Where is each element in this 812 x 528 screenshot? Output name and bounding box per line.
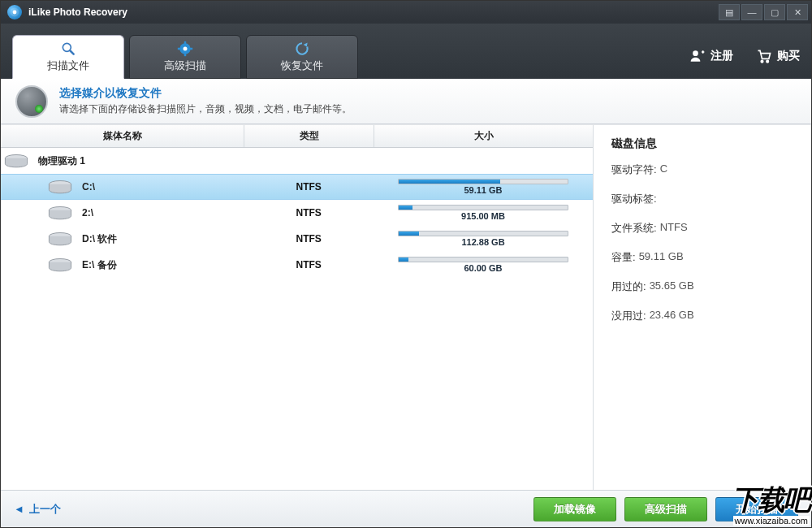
drive-group: 物理驱动 1: [1, 148, 593, 174]
volume-name: D:\ 软件: [82, 232, 117, 246]
volume-name: C:\: [82, 181, 95, 193]
app-title: iLike Photo Recovery: [28, 6, 719, 18]
register-link[interactable]: 注册: [689, 48, 733, 64]
gear-icon: [175, 41, 196, 57]
window-buttons: ▤ — ▢ ✕: [719, 4, 808, 20]
cart-icon: [756, 48, 772, 64]
hdd-icon: [46, 180, 74, 194]
hdd-icon: [2, 154, 30, 168]
volume-row[interactable]: D:\ 软件NTFS112.88 GB: [1, 226, 593, 252]
info-title: 磁盘信息: [611, 136, 797, 151]
drive-rows: 物理驱动 1 C:\NTFS59.11 GB2:\NTFS915.00 MBD:…: [1, 148, 593, 490]
tab-label: 恢复文件: [281, 58, 323, 73]
hdd-icon: [46, 206, 74, 220]
load-image-button[interactable]: 加载镜像: [533, 497, 616, 522]
menu-button[interactable]: ▤: [719, 4, 740, 20]
column-headers: 媒体名称 类型 大小: [1, 125, 593, 148]
info-used: 用过的:35.65 GB: [611, 279, 797, 294]
tab-label: 高级扫描: [164, 58, 206, 73]
tab-scan-files[interactable]: 扫描文件: [12, 35, 124, 79]
volume-type: NTFS: [244, 259, 374, 270]
svg-point-11: [767, 60, 769, 63]
camera-lens-icon: [15, 85, 48, 118]
col-type-header[interactable]: 类型: [244, 125, 374, 147]
tab-advanced-scan[interactable]: 高级扫描: [129, 35, 241, 79]
usage-bar: [398, 179, 568, 184]
volume-row[interactable]: E:\ 备份NTFS60.00 GB: [1, 252, 593, 278]
usage-bar: [398, 257, 568, 262]
volume-size: 915.00 MB: [461, 211, 505, 221]
hdd-icon: [46, 232, 74, 246]
volume-type: NTFS: [244, 207, 374, 219]
user-plus-icon: [689, 48, 706, 64]
volume-row[interactable]: C:\NTFS59.11 GB: [1, 174, 593, 200]
svg-point-10: [761, 60, 763, 63]
instruction-banner: 选择媒介以恢复文件 请选择下面的存储设备扫描照片，音频，视频，文档，电子邮件等。: [1, 79, 811, 124]
info-free: 没用过:23.46 GB: [611, 309, 797, 323]
advanced-scan-button[interactable]: 高级扫描: [624, 497, 707, 522]
start-scan-button[interactable]: 开始扫描: [715, 497, 798, 522]
volume-size: 60.00 GB: [464, 263, 502, 273]
prev-label: 上一个: [29, 502, 61, 517]
tab-recover-files[interactable]: 恢复文件: [246, 35, 358, 79]
col-size-header[interactable]: 大小: [374, 125, 593, 147]
volume-size: 59.11 GB: [464, 185, 502, 195]
arrow-left-icon: ◄: [14, 503, 24, 515]
refresh-icon: [292, 41, 313, 57]
header: 扫描文件 高级扫描 恢复文件 注册: [1, 24, 811, 79]
drive-list-pane: 媒体名称 类型 大小 物理驱动 1 C:\NTFS59.11 GB2:\NTFS…: [1, 125, 594, 490]
disk-info-pane: 磁盘信息 驱动字符:C 驱动标签: 文件系统:NTFS 容量:59.11 GB …: [594, 125, 811, 490]
maximize-button[interactable]: ▢: [764, 4, 785, 20]
app-icon: [7, 5, 22, 19]
minimize-button[interactable]: —: [741, 4, 762, 20]
volume-type: NTFS: [244, 181, 374, 193]
titlebar: iLike Photo Recovery ▤ — ▢ ✕: [1, 1, 811, 24]
svg-line-2: [71, 51, 74, 54]
volume-type: NTFS: [244, 233, 374, 245]
close-button[interactable]: ✕: [787, 4, 808, 20]
volume-name: 2:\: [82, 207, 93, 219]
volume-row[interactable]: 2:\NTFS915.00 MB: [1, 200, 593, 226]
volume-size: 112.88 GB: [461, 237, 504, 247]
tab-label: 扫描文件: [47, 58, 89, 73]
info-filesystem: 文件系统:NTFS: [611, 221, 797, 236]
buy-link[interactable]: 购买: [756, 48, 800, 64]
footer: ◄ 上一个 加载镜像 高级扫描 开始扫描: [1, 490, 811, 527]
prev-button[interactable]: ◄ 上一个: [14, 502, 61, 517]
buy-label: 购买: [777, 49, 800, 63]
svg-point-4: [184, 47, 188, 51]
header-links: 注册 购买: [689, 48, 800, 64]
magnifier-icon: [58, 41, 79, 57]
banner-desc: 请选择下面的存储设备扫描照片，音频，视频，文档，电子邮件等。: [59, 102, 352, 116]
svg-point-9: [693, 50, 698, 56]
banner-title: 选择媒介以恢复文件: [59, 86, 352, 101]
info-drive-label: 驱动标签:: [611, 192, 797, 206]
usage-bar: [398, 231, 568, 236]
register-label: 注册: [710, 49, 733, 63]
group-label: 物理驱动 1: [38, 154, 85, 168]
volume-name: E:\ 备份: [82, 258, 117, 272]
app-window: iLike Photo Recovery ▤ — ▢ ✕ 扫描文件 高级扫描: [0, 0, 812, 528]
info-capacity: 容量:59.11 GB: [611, 250, 797, 265]
tabs: 扫描文件 高级扫描 恢复文件: [12, 35, 358, 79]
usage-bar: [398, 205, 568, 210]
hdd-icon: [46, 258, 74, 272]
info-drive-letter: 驱动字符:C: [611, 162, 797, 177]
col-name-header[interactable]: 媒体名称: [1, 125, 244, 147]
main-body: 媒体名称 类型 大小 物理驱动 1 C:\NTFS59.11 GB2:\NTFS…: [1, 124, 811, 490]
